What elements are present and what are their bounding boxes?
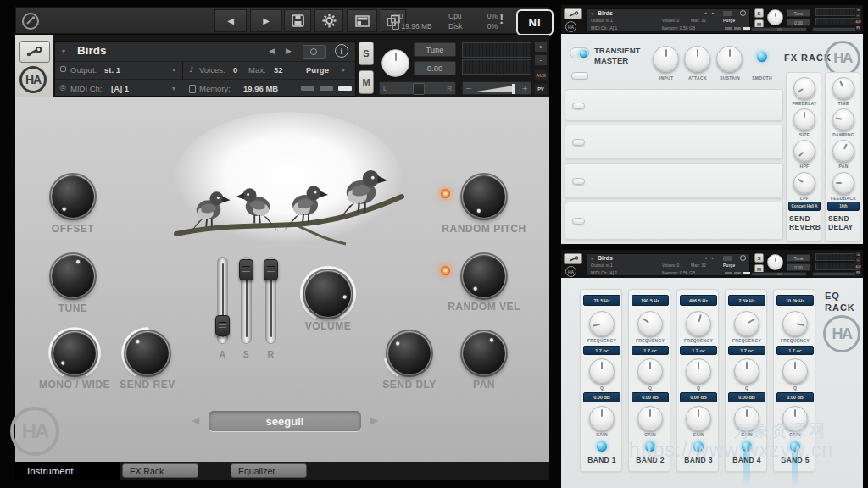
random-vel-knob[interactable]	[463, 255, 505, 297]
aux-button[interactable]: AUX	[534, 69, 548, 81]
band1-freq-value[interactable]: 78.5 Hz	[583, 295, 620, 306]
band2-gain-knob[interactable]	[637, 406, 663, 431]
pv-button[interactable]: PV	[534, 83, 548, 95]
env-sustain-handle[interactable]	[239, 259, 253, 280]
transient-master-toggle[interactable]	[570, 47, 589, 58]
band4-q-knob[interactable]	[734, 358, 760, 384]
info-icon[interactable]	[740, 255, 746, 261]
mini-solo-button[interactable]: S	[754, 8, 764, 18]
band4-freq-knob[interactable]	[734, 311, 760, 336]
offset-knob[interactable]	[52, 175, 94, 218]
mini-aux-button[interactable]: AUX	[855, 264, 861, 269]
delay-damping-knob[interactable]	[832, 108, 854, 130]
collapse-arrow-icon[interactable]: ▾	[591, 11, 593, 16]
random-pitch-knob[interactable]	[463, 175, 505, 218]
output-value[interactable]: st. 1	[104, 65, 120, 75]
collapse-arrow-icon[interactable]: ▾	[62, 47, 65, 55]
pan-slider[interactable]: L R	[379, 81, 456, 95]
band5-freq-value[interactable]: 10.0k Hz	[776, 295, 814, 306]
delay-pan-knob[interactable]	[832, 140, 854, 162]
delay-feedback-knob[interactable]	[832, 172, 854, 194]
mini-pan-slider[interactable]	[751, 272, 807, 276]
tab-instrument[interactable]: Instrument	[15, 462, 120, 480]
edit-wrench-button[interactable]	[19, 41, 50, 63]
volume-knob[interactable]	[305, 271, 351, 317]
ni-logo[interactable]: NI	[516, 9, 554, 36]
header-tune-knob[interactable]	[381, 49, 409, 77]
band2-toggle[interactable]	[645, 441, 655, 452]
reverb-predelay-knob[interactable]	[793, 77, 815, 99]
purge-dropdown-icon[interactable]: ▾	[342, 66, 345, 74]
band3-q-knob[interactable]	[686, 358, 711, 384]
env-attack-handle[interactable]	[215, 315, 230, 336]
prev-instrument-icon[interactable]: ◀	[269, 47, 275, 55]
delay-preset-button[interactable]: 16th	[827, 202, 860, 211]
reverb-lpf-knob[interactable]	[793, 172, 815, 194]
mini-tune-value[interactable]: 0.00	[787, 19, 810, 26]
band5-q-knob[interactable]	[782, 358, 808, 384]
send-dly-knob[interactable]	[388, 332, 431, 374]
sample-selector[interactable]: seegull	[209, 411, 361, 431]
band3-freq-value[interactable]: 406.5 Hz	[680, 295, 717, 306]
band3-bandwidth-value[interactable]: 1.7 oc	[680, 346, 717, 355]
reverb-preset-button[interactable]: Concert Hall A	[788, 202, 821, 211]
band1-gain-value[interactable]: 0.00 dB	[583, 392, 620, 402]
mini-pv-button[interactable]: PV	[855, 25, 861, 30]
midi-value[interactable]: [A] 1	[111, 84, 129, 93]
band2-q-knob[interactable]	[637, 358, 663, 384]
mute-button[interactable]: M	[359, 70, 374, 94]
tune-value-box[interactable]: 0.00	[414, 61, 456, 75]
minimize-instrument-button[interactable]: −	[534, 54, 548, 66]
mini-output[interactable]: Output: st.1	[591, 18, 613, 23]
forward-button[interactable]: ▶	[250, 9, 282, 32]
transient-master-pill-button[interactable]	[571, 72, 588, 80]
fx-slot-1-button[interactable]	[572, 103, 585, 109]
mini-wrench-button[interactable]	[564, 253, 582, 264]
env-release-handle[interactable]	[264, 259, 278, 280]
sample-next-button[interactable]: ▶	[370, 414, 378, 426]
next-icon[interactable]: ▸	[712, 255, 715, 260]
band2-bandwidth-value[interactable]: 1.7 oc	[632, 346, 669, 355]
band5-toggle[interactable]	[790, 441, 800, 452]
band4-gain-value[interactable]: 0.00 dB	[728, 392, 765, 402]
mini-midi[interactable]: MIDI Ch: [A] 1	[591, 270, 617, 275]
mini-solo-button[interactable]: S	[754, 253, 764, 263]
mini-pv-button[interactable]: PV	[855, 270, 861, 275]
mini-close-button[interactable]: x	[855, 7, 861, 12]
band3-gain-knob[interactable]	[686, 406, 711, 431]
fx-slot-3-button[interactable]	[572, 178, 585, 185]
volume-slider[interactable]: − +	[462, 81, 531, 95]
options-button[interactable]	[314, 9, 343, 32]
mini-volume-slider[interactable]	[812, 272, 860, 276]
tm-attack-knob[interactable]	[684, 46, 710, 72]
mini-close-button[interactable]: x	[855, 252, 861, 257]
mini-purge[interactable]: Purge	[723, 263, 735, 268]
mini-wrench-button[interactable]	[564, 8, 582, 19]
band5-freq-knob[interactable]	[782, 311, 808, 336]
mini-midi[interactable]: MIDI Ch: [A] 1	[591, 25, 617, 30]
band1-freq-knob[interactable]	[589, 311, 615, 336]
mini-aux-button[interactable]: AUX	[855, 19, 861, 25]
band1-toggle[interactable]	[597, 441, 607, 452]
reverb-hpf-knob[interactable]	[793, 140, 815, 162]
tab-equalizer[interactable]: Equalizer	[231, 463, 307, 478]
smooth-toggle[interactable]	[757, 52, 767, 62]
purge-button[interactable]: Purge	[306, 65, 329, 75]
mini-output[interactable]: Output: st.1	[591, 263, 613, 268]
band3-gain-value[interactable]: 0.00 dB	[680, 392, 717, 402]
mini-pan-handle[interactable]	[777, 273, 782, 275]
warning-icon[interactable]: !	[499, 12, 504, 27]
band1-q-knob[interactable]	[589, 358, 615, 384]
solo-button[interactable]: S	[359, 42, 374, 65]
delay-time-knob[interactable]	[832, 77, 854, 99]
band3-freq-knob[interactable]	[686, 311, 711, 336]
band5-bandwidth-value[interactable]: 1.7 oc	[776, 346, 814, 355]
band5-gain-knob[interactable]	[782, 406, 808, 431]
band1-gain-knob[interactable]	[589, 406, 615, 431]
save-button[interactable]	[284, 9, 311, 32]
band2-freq-knob[interactable]	[637, 311, 663, 336]
pan-knob[interactable]	[463, 332, 505, 374]
info-icon[interactable]	[740, 10, 746, 16]
band5-gain-value[interactable]: 0.00 dB	[776, 392, 814, 402]
band2-gain-value[interactable]: 0.00 dB	[632, 392, 669, 402]
